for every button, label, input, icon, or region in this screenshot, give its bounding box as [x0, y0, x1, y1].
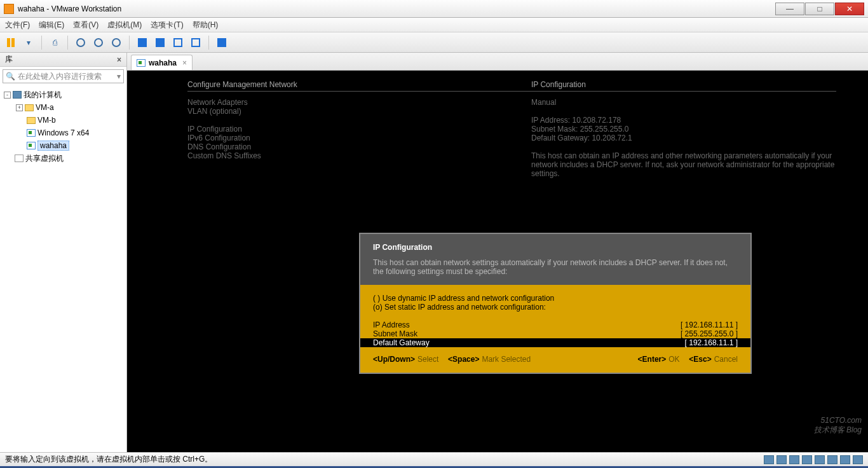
expand-icon[interactable]: +	[16, 104, 23, 111]
tree-shared[interactable]: 共享虚拟机	[1, 152, 125, 165]
menu-line: IP Configuration	[187, 125, 531, 134]
dropdown-icon[interactable]: ▾	[22, 36, 36, 50]
field-value: [ 192.168.11.1 ]	[685, 338, 738, 347]
field-label: Subnet Mask	[373, 329, 417, 338]
key-action: Mark Selected	[482, 355, 531, 364]
sidebar: 库 × 🔍 在此处键入内容进行搜索 ▾ -我的计算机 +VM-a VM-b Wi…	[0, 53, 127, 452]
close-button[interactable]: ✕	[835, 3, 864, 15]
separator	[208, 36, 209, 50]
key-action: OK	[668, 355, 679, 364]
key-action: Select	[417, 355, 438, 364]
info-help: This host can obtain an IP address and o…	[531, 151, 836, 178]
tree-item[interactable]: Windows 7 x64	[1, 127, 125, 139]
tree-item-selected[interactable]: wahaha	[1, 139, 125, 152]
sidebar-close-icon[interactable]: ×	[117, 55, 121, 64]
settings-button[interactable]	[109, 36, 123, 50]
pause-button[interactable]	[4, 36, 18, 50]
device-icon[interactable]	[764, 455, 774, 464]
watermark: 51CTO.com 技术博客 Blog	[814, 411, 862, 434]
dropdown-icon[interactable]: ▾	[117, 72, 121, 81]
search-input[interactable]: 🔍 在此处键入内容进行搜索 ▾	[3, 69, 124, 83]
vm-icon	[27, 142, 36, 149]
statusbar: 要将输入定向到该虚拟机，请在虚拟机内部单击或按 Ctrl+G。	[0, 452, 868, 466]
shared-icon	[15, 155, 24, 162]
view2-button[interactable]	[153, 36, 167, 50]
status-text: 要将输入定向到该虚拟机，请在虚拟机内部单击或按 Ctrl+G。	[5, 454, 212, 465]
device-icon[interactable]	[815, 455, 825, 464]
dialog-title: IP Configuration	[373, 243, 738, 252]
unity-button[interactable]	[189, 36, 203, 50]
key-hint: <Enter>	[638, 355, 667, 364]
collapse-icon[interactable]: -	[4, 92, 11, 99]
vm-tree: -我的计算机 +VM-a VM-b Windows 7 x64 wahaha 共…	[0, 86, 126, 452]
tree-item[interactable]: +VM-a	[1, 101, 125, 114]
watermark-site: 51CTO.com	[821, 416, 862, 425]
sidebar-title: 库	[5, 54, 13, 65]
window-controls: — □ ✕	[775, 3, 864, 15]
folder-icon	[27, 117, 36, 124]
app-icon	[4, 4, 14, 14]
device-icon[interactable]	[840, 455, 850, 464]
field-label: Default Gateway	[373, 338, 430, 347]
tab-close-icon[interactable]: ×	[182, 59, 187, 67]
toolbar: ▾ ⎙	[0, 32, 868, 53]
search-placeholder: 在此处键入内容进行搜索	[18, 71, 102, 82]
dialog-footer: <Up/Down> Select <Space> Mark Selected <…	[373, 355, 738, 364]
menu-vm[interactable]: 虚拟机(M)	[107, 20, 142, 31]
tree-item[interactable]: VM-b	[1, 114, 125, 127]
device-icon[interactable]	[789, 455, 799, 464]
menu-file[interactable]: 文件(F)	[5, 20, 30, 31]
content-area: wahaha × Configure Management Network IP…	[127, 53, 868, 452]
snapshot-button[interactable]: ⎙	[48, 36, 62, 50]
watermark-sub: 技术博客 Blog	[814, 426, 862, 434]
radio-dynamic[interactable]: ( ) Use dynamic IP address and network c…	[373, 294, 738, 303]
maximize-button[interactable]: □	[805, 3, 834, 15]
separator	[41, 36, 42, 50]
search-icon: 🔍	[6, 72, 15, 81]
fullscreen-button[interactable]	[171, 36, 185, 50]
menu-edit[interactable]: 编辑(E)	[39, 20, 64, 31]
manage-button[interactable]	[92, 36, 105, 50]
vm-icon	[27, 129, 36, 137]
window-titlebar: wahaha - VMware Workstation — □ ✕	[0, 0, 868, 18]
field-value: [ 192.168.11.11 ]	[681, 320, 738, 329]
tree-label: Windows 7 x64	[37, 128, 89, 137]
device-icon[interactable]	[853, 455, 863, 464]
separator	[67, 36, 68, 50]
library-button[interactable]	[215, 36, 229, 50]
dialog-description: This host can obtain network settings au…	[373, 258, 738, 276]
menu-line: VLAN (optional)	[187, 107, 531, 116]
field-subnet-mask[interactable]: Subnet Mask[ 255.255.255.0 ]	[373, 329, 738, 338]
device-icon[interactable]	[802, 455, 812, 464]
computer-icon	[13, 91, 22, 99]
revert-button[interactable]	[74, 36, 88, 50]
tab-label: wahaha	[149, 59, 177, 67]
vm-icon	[137, 59, 146, 67]
radio-static[interactable]: (o) Set static IP address and network co…	[373, 303, 738, 312]
status-icons	[764, 455, 863, 464]
vm-console[interactable]: Configure Management Network IP Configur…	[127, 71, 868, 452]
field-value: [ 255.255.255.0 ]	[681, 329, 738, 338]
tree-root[interactable]: -我的计算机	[1, 88, 125, 101]
field-default-gateway[interactable]: Default Gateway[ 192.168.11.1 ]	[360, 338, 750, 347]
tree-label: 我的计算机	[24, 90, 62, 100]
menu-tabs[interactable]: 选项卡(T)	[151, 20, 183, 31]
tree-label: VM-b	[37, 116, 56, 125]
ip-config-dialog: IP Configuration This host can obtain ne…	[359, 233, 752, 374]
menubar: 文件(F) 编辑(E) 查看(V) 虚拟机(M) 选项卡(T) 帮助(H)	[0, 18, 868, 32]
tabbar: wahaha ×	[127, 53, 868, 71]
field-ip-address[interactable]: IP Address[ 192.168.11.11 ]	[373, 320, 738, 329]
menu-view[interactable]: 查看(V)	[73, 20, 98, 31]
info-line: Subnet Mask: 255.255.255.0	[531, 125, 836, 134]
minimize-button[interactable]: —	[775, 3, 804, 15]
view1-button[interactable]	[135, 36, 149, 50]
device-icon[interactable]	[776, 455, 787, 464]
device-icon[interactable]	[827, 455, 837, 464]
console-header-left: Configure Management Network	[187, 80, 297, 89]
tab-wahaha[interactable]: wahaha ×	[131, 55, 193, 70]
menu-help[interactable]: 帮助(H)	[193, 20, 219, 31]
sidebar-header: 库 ×	[0, 53, 126, 67]
window-title: wahaha - VMware Workstation	[18, 4, 121, 13]
tree-label: VM-a	[36, 103, 54, 112]
menu-line: DNS Configuration	[187, 142, 531, 151]
